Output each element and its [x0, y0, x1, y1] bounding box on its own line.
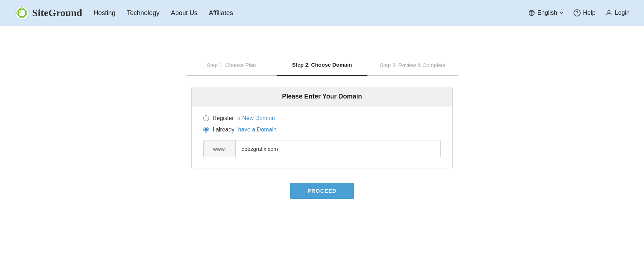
nav-item-about-us[interactable]: About Us — [171, 9, 197, 17]
main-header: SiteGround Hosting Technology About Us A… — [0, 0, 644, 26]
nav-link-hosting[interactable]: Hosting — [94, 9, 116, 16]
main-content: Step 1. Choose Plan Step 2. Choose Domai… — [0, 26, 644, 199]
step-2: Step 2. Choose Domain — [277, 62, 367, 76]
card-title: Please Enter Your Domain — [282, 93, 362, 100]
nav-link-about-us[interactable]: About Us — [171, 9, 197, 16]
step-1-label: Step 1. Choose Plan — [207, 62, 256, 72]
nav-item-affiliates[interactable]: Affiliates — [209, 9, 233, 17]
nav-link-technology[interactable]: Technology — [127, 9, 160, 16]
have-domain-link[interactable]: have a Domain — [238, 126, 277, 133]
siteground-logo-icon — [14, 5, 29, 20]
nav-item-hosting[interactable]: Hosting — [94, 9, 116, 17]
card-body: Register a New Domain I already have a D… — [192, 106, 452, 168]
domain-prefix: www. — [204, 140, 236, 157]
step-3-label: Step 3. Review & Complete — [380, 62, 445, 72]
existing-domain-radio[interactable] — [203, 127, 209, 133]
nav-links: Hosting Technology About Us Affiliates — [94, 9, 233, 17]
help-link[interactable]: ? Help — [574, 9, 595, 16]
domain-card: Please Enter Your Domain Register a New … — [191, 87, 453, 168]
user-icon — [605, 9, 613, 16]
steps-indicator: Step 1. Choose Plan Step 2. Choose Domai… — [186, 62, 458, 76]
language-label: English — [537, 9, 557, 16]
proceed-button[interactable]: PROCEED — [290, 183, 353, 199]
card-header: Please Enter Your Domain — [192, 87, 452, 106]
svg-point-0 — [15, 6, 28, 19]
domain-input-row: www. — [203, 140, 441, 157]
logo-link[interactable]: SiteGround — [14, 5, 82, 20]
domain-input[interactable] — [236, 140, 440, 157]
nav-link-affiliates[interactable]: Affiliates — [209, 9, 233, 16]
new-domain-radio[interactable] — [203, 115, 209, 121]
help-icon: ? — [574, 9, 581, 16]
chevron-down-icon — [559, 11, 564, 15]
step-3: Step 3. Review & Complete — [367, 62, 458, 76]
login-label: Login — [615, 9, 630, 16]
header-right: English ? Help Login — [528, 9, 630, 16]
new-domain-link[interactable]: a New Domain — [238, 115, 275, 121]
already-text: I already — [213, 126, 234, 133]
step-2-label: Step 2. Choose Domain — [292, 62, 352, 71]
register-text: Register — [213, 115, 234, 121]
login-link[interactable]: Login — [605, 9, 630, 16]
language-icon — [528, 9, 535, 16]
logo-text: SiteGround — [32, 7, 82, 19]
help-label: Help — [583, 9, 595, 16]
svg-point-4 — [19, 11, 21, 13]
header-left: SiteGround Hosting Technology About Us A… — [14, 5, 233, 20]
register-new-domain-option[interactable]: Register a New Domain — [203, 115, 441, 121]
step-1: Step 1. Choose Plan — [186, 62, 277, 76]
svg-point-6 — [608, 10, 610, 13]
nav-item-technology[interactable]: Technology — [127, 9, 160, 17]
language-selector[interactable]: English — [528, 9, 564, 16]
existing-domain-option[interactable]: I already have a Domain — [203, 126, 441, 133]
